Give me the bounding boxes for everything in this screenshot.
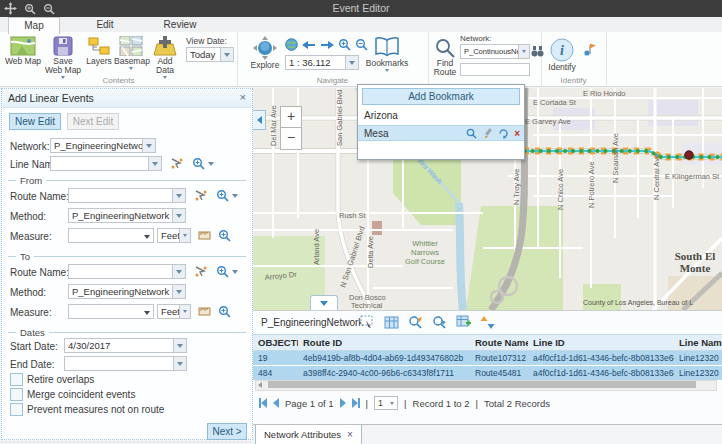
column-header-route-name[interactable]: Route Name bbox=[470, 335, 528, 351]
column-header-route-id[interactable]: Route ID bbox=[298, 335, 470, 351]
chevron-down-icon[interactable] bbox=[220, 48, 233, 61]
cell-line-id[interactable]: a4f0cf1d-1d61-4346-befc-8b08133e681e bbox=[528, 366, 674, 381]
first-page-button[interactable] bbox=[259, 398, 267, 408]
chevron-down-icon[interactable] bbox=[172, 189, 185, 202]
chevron-down-icon[interactable] bbox=[232, 270, 238, 274]
chevron-down-icon[interactable] bbox=[232, 194, 238, 198]
zoom-to-measure-icon[interactable] bbox=[218, 305, 231, 318]
chevron-down-icon[interactable] bbox=[345, 56, 358, 69]
zoom-to-line-icon[interactable] bbox=[192, 157, 205, 170]
clear-flags-icon[interactable] bbox=[583, 42, 597, 56]
bookmarks-button[interactable]: Bookmarks bbox=[365, 36, 409, 72]
route-input[interactable] bbox=[460, 63, 530, 76]
column-header-line-name[interactable]: Line Name bbox=[674, 335, 722, 351]
zoom-to-route-icon[interactable] bbox=[216, 189, 229, 202]
last-page-button[interactable] bbox=[352, 398, 360, 408]
zoom-in-map-icon[interactable] bbox=[338, 38, 351, 51]
zoom-to-bookmark-icon[interactable] bbox=[466, 128, 477, 139]
zoom-to-route-icon[interactable] bbox=[216, 265, 229, 278]
cell-route-id[interactable]: 4eb9419b-af8b-4d04-ab69-1d493476802b bbox=[298, 351, 470, 366]
delete-bookmark-icon[interactable]: × bbox=[514, 128, 520, 139]
full-extent-icon[interactable] bbox=[285, 38, 298, 51]
next-edit-button[interactable]: Next Edit bbox=[67, 113, 119, 130]
chevron-down-icon[interactable] bbox=[142, 139, 155, 152]
next-page-button[interactable] bbox=[340, 398, 346, 408]
chevron-down-icon[interactable] bbox=[179, 305, 190, 318]
cell-objectid[interactable]: 484 bbox=[253, 366, 298, 381]
to-unit-select[interactable]: Feet bbox=[157, 304, 191, 319]
cell-route-id[interactable]: a398ff4c-2940-4c00-96b6-c6343f8f1711 bbox=[298, 366, 470, 381]
tab-review[interactable]: Review bbox=[152, 17, 208, 32]
scrollbar-thumb[interactable] bbox=[268, 381, 696, 388]
panel-network-select[interactable]: P_EngineeringNetwork bbox=[50, 138, 156, 153]
to-measure-input[interactable] bbox=[68, 304, 154, 319]
chevron-down-icon[interactable] bbox=[518, 45, 529, 58]
basemap-button[interactable]: Basemap bbox=[114, 36, 148, 70]
show-table-icon[interactable] bbox=[384, 315, 400, 331]
horizontal-scrollbar[interactable] bbox=[255, 380, 717, 391]
tab-map[interactable]: Map bbox=[8, 17, 60, 34]
zoom-to-measure-icon[interactable] bbox=[218, 229, 231, 242]
tab-network-attributes[interactable]: Network Attributes × bbox=[255, 425, 362, 444]
select-line-on-map-icon[interactable] bbox=[170, 157, 183, 170]
select-records-icon[interactable] bbox=[360, 315, 376, 331]
chevron-down-icon[interactable] bbox=[208, 162, 214, 166]
web-map-button[interactable]: Web Map bbox=[4, 36, 42, 66]
chevron-down-icon[interactable] bbox=[173, 339, 186, 352]
chevron-down-icon[interactable] bbox=[144, 311, 150, 315]
prevent-measures-checkbox[interactable] bbox=[10, 403, 23, 416]
select-route-on-map-icon[interactable] bbox=[194, 189, 207, 202]
from-unit-select[interactable]: Feet bbox=[157, 228, 191, 243]
collapse-panel-button[interactable] bbox=[253, 110, 266, 130]
cell-objectid[interactable]: 19 bbox=[253, 351, 298, 366]
cell-line-name[interactable]: Line12320 bbox=[674, 351, 722, 366]
next-button[interactable]: Next > bbox=[207, 423, 247, 440]
save-web-map-button[interactable]: Save Web Map bbox=[44, 36, 82, 79]
tab-edit[interactable]: Edit bbox=[80, 17, 130, 32]
merge-coincident-checkbox[interactable] bbox=[10, 388, 23, 401]
identify-button[interactable]: i Identify bbox=[545, 38, 579, 72]
map-zoom-in-button[interactable]: + bbox=[280, 106, 302, 128]
table-row[interactable]: 19 4eb9419b-af8b-4d04-ab69-1d493476802b … bbox=[253, 351, 722, 366]
network-select[interactable]: P_ContinuousNetwork bbox=[460, 44, 530, 59]
previous-extent-icon[interactable] bbox=[302, 39, 316, 51]
retire-overlaps-checkbox[interactable] bbox=[10, 373, 23, 386]
close-icon[interactable]: × bbox=[240, 91, 246, 103]
column-header-line-id[interactable]: Line ID bbox=[528, 335, 674, 351]
scale-select[interactable]: 1 : 36.112 bbox=[285, 55, 359, 70]
find-route-button[interactable]: Find Route bbox=[430, 38, 460, 77]
table-row[interactable]: 484 a398ff4c-2940-4c00-96b6-c6343f8f1711… bbox=[253, 366, 722, 381]
line-name-select[interactable] bbox=[50, 156, 162, 171]
from-measure-input[interactable] bbox=[68, 228, 154, 243]
bookmark-item-arizona[interactable]: Arizona bbox=[358, 108, 524, 124]
from-route-name-select[interactable] bbox=[68, 188, 186, 203]
cell-route-name[interactable]: Route107312 bbox=[470, 351, 528, 366]
page-number-select[interactable]: 1 bbox=[374, 396, 398, 410]
bookmark-item-mesa[interactable]: Mesa × bbox=[358, 125, 524, 141]
end-date-select[interactable] bbox=[64, 356, 187, 371]
view-date-select[interactable]: Today bbox=[186, 47, 234, 62]
layers-button[interactable]: Layers bbox=[84, 36, 114, 66]
explore-button[interactable]: Explore bbox=[247, 36, 283, 70]
measure-ruler-icon[interactable] bbox=[198, 305, 211, 318]
edit-bookmark-icon[interactable] bbox=[482, 128, 493, 139]
next-extent-icon[interactable] bbox=[320, 39, 334, 51]
route-point-marker[interactable] bbox=[685, 151, 693, 159]
add-data-button[interactable]: Add Data bbox=[148, 36, 182, 79]
select-route-on-map-icon[interactable] bbox=[194, 265, 207, 278]
chevron-down-icon[interactable] bbox=[144, 235, 150, 239]
previous-page-button[interactable] bbox=[273, 398, 279, 408]
zoom-to-selection-icon[interactable] bbox=[408, 315, 424, 331]
chevron-down-icon[interactable] bbox=[173, 357, 186, 370]
chevron-down-icon[interactable] bbox=[179, 229, 190, 242]
column-header-objectid[interactable]: OBJECTID bbox=[253, 335, 298, 351]
scroll-left-icon[interactable] bbox=[258, 382, 262, 388]
new-edit-button[interactable]: New Edit bbox=[9, 113, 61, 130]
to-route-name-select[interactable] bbox=[68, 264, 186, 279]
collapse-table-button[interactable] bbox=[310, 295, 338, 310]
measure-ruler-icon[interactable] bbox=[198, 229, 211, 242]
from-method-select[interactable]: P_EngineeringNetwork bbox=[68, 208, 186, 223]
to-method-select[interactable]: P_EngineeringNetwork bbox=[68, 284, 186, 299]
chevron-down-icon[interactable] bbox=[148, 157, 161, 170]
cell-route-name[interactable]: Route45481 bbox=[470, 366, 528, 381]
